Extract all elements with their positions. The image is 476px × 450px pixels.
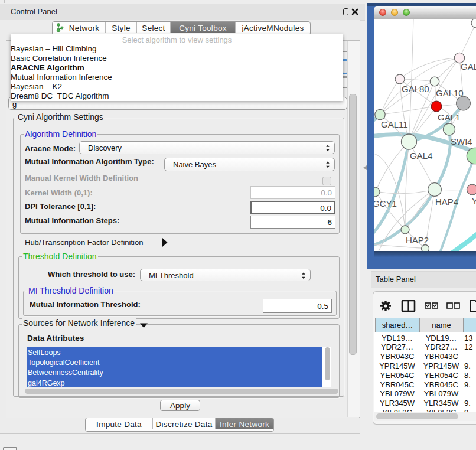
svg-text:GAL80: GAL80 xyxy=(402,84,429,94)
svg-text:GAL: GAL xyxy=(461,61,476,71)
svg-text:GCY1: GCY1 xyxy=(374,198,397,208)
svg-text:SWI4: SWI4 xyxy=(451,136,472,146)
svg-text:GAL1: GAL1 xyxy=(438,112,460,122)
svg-text:HAP2: HAP2 xyxy=(406,235,429,245)
svg-text:Y: Y xyxy=(472,196,476,206)
svg-text:GAL10: GAL10 xyxy=(436,88,464,98)
svg-text:HAP4: HAP4 xyxy=(435,197,458,207)
svg-text:GAL4: GAL4 xyxy=(410,151,432,161)
svg-text:GAL11: GAL11 xyxy=(381,119,408,129)
